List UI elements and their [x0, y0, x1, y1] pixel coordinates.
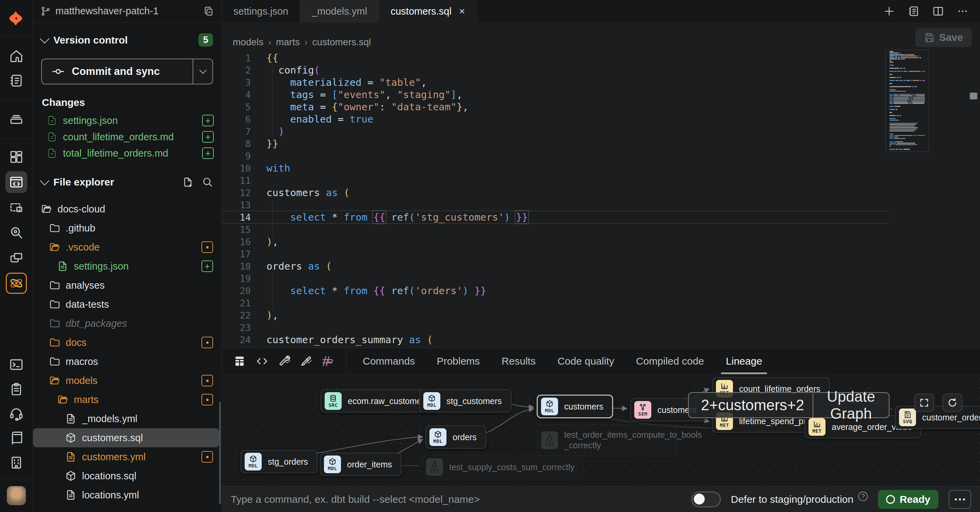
panel-tab-code-quality[interactable]: Code quality [557, 348, 614, 374]
panel-tab-lineage[interactable]: Lineage [726, 348, 762, 374]
panel-tab-commands[interactable]: Commands [363, 348, 415, 374]
lineage-node-customer-order-metrics[interactable]: SVQcustomer_order_metrics [895, 406, 980, 429]
build-tools-menu[interactable] [278, 355, 290, 367]
ai-assist-menu[interactable] [321, 355, 332, 367]
branch-name[interactable]: matthewshaver-patch-1 [56, 5, 199, 17]
code-line-15[interactable]: 15 [222, 223, 980, 236]
home-icon[interactable] [5, 45, 27, 67]
code-line-11[interactable]: 11 [222, 174, 980, 187]
code-line-22[interactable]: 22), [222, 309, 980, 321]
code-editor[interactable]: models › marts › customers.sql Save 1{{2… [222, 22, 980, 348]
changed-file-row[interactable]: settings.json+ [42, 112, 214, 129]
tab--models-yml[interactable]: _models.yml [300, 0, 379, 22]
panel-tab-problems[interactable]: Problems [437, 348, 480, 374]
minimap[interactable] [889, 51, 925, 150]
new-file-icon[interactable] [182, 177, 193, 188]
help-icon[interactable]: ? [858, 491, 868, 501]
refresh-button[interactable] [943, 394, 962, 412]
lineage-canvas[interactable]: SRCecom.raw_customersMDLstg_customersMDL… [222, 375, 980, 486]
code-line-19[interactable]: 19 [222, 272, 980, 285]
tree-item-data-tests[interactable]: data-tests [33, 295, 219, 314]
commit-options-caret[interactable] [192, 59, 212, 84]
avatar[interactable] [5, 485, 27, 507]
tab-customers-sql[interactable]: customers.sql× [379, 0, 477, 22]
code-line-6[interactable]: 6 enabled = true [222, 113, 980, 125]
dbt-logo-icon[interactable] [5, 8, 27, 29]
tree-item-docs-cloud[interactable]: docs-cloud [33, 199, 219, 219]
tree-item-dbt-packages[interactable]: dbt_packages [33, 314, 219, 333]
split-editor-icon[interactable] [932, 5, 944, 17]
lineage-node-stg-customers[interactable]: MDLstg_customers [419, 389, 511, 413]
code-line-18[interactable]: 18orders as ( [222, 260, 980, 272]
notebook-panel-icon[interactable] [908, 5, 920, 17]
panel-tab-results[interactable]: Results [501, 348, 536, 374]
tree-item--models-yml[interactable]: _models.yml [33, 409, 219, 428]
status-badge[interactable]: Ready [878, 490, 939, 509]
more-actions-button[interactable] [949, 490, 971, 509]
headset-icon[interactable] [5, 403, 27, 424]
version-control-header[interactable]: Version control 5 [41, 33, 213, 47]
code-line-21[interactable]: 21 [222, 297, 980, 309]
code-line-2[interactable]: 2 config( [222, 64, 980, 76]
code-line-12[interactable]: 12customers as ( [222, 187, 980, 199]
code-line-16[interactable]: 16), [222, 236, 980, 248]
query-search-icon[interactable] [5, 222, 27, 243]
lineage-query-input[interactable]: 2+customers+2 [689, 397, 813, 414]
editor-scrollbar-thumb[interactable] [970, 93, 977, 99]
code-line-24[interactable]: 24customer_orders_summary as ( [222, 333, 980, 346]
tree-item-locations-sql[interactable]: locations.sql [33, 466, 219, 485]
lineage-node-test-order-items-compute-to-bools-correctly[interactable]: TSTtest_order_items_compute_to_bools _co… [537, 424, 676, 456]
more-options-icon[interactable] [957, 5, 969, 17]
search-icon[interactable] [202, 177, 213, 188]
tree-item-models[interactable]: models [33, 371, 219, 390]
lineage-selector-overlay[interactable]: 2+customers+2 Update Graph [688, 392, 889, 418]
panel-tab-compiled-code[interactable]: Compiled code [636, 348, 704, 374]
code-lines[interactable]: 1{{2 config(3 materialized = "table",4 t… [222, 52, 980, 346]
tree-item-docs[interactable]: docs [33, 333, 219, 352]
format-menu[interactable] [300, 355, 311, 367]
defer-toggle[interactable] [692, 491, 721, 507]
sidebar-scrollbar[interactable] [219, 402, 221, 504]
changed-file-row[interactable]: count_lifetime_orders.md+ [42, 129, 214, 145]
tree-item-locations-yml[interactable]: locations.yml [33, 485, 219, 504]
canvas-icon[interactable] [5, 196, 27, 218]
book-icon[interactable] [5, 427, 27, 449]
breadcrumb-item[interactable]: marts [276, 37, 300, 48]
breadcrumb-item[interactable]: customers.sql [312, 37, 371, 48]
code-line-17[interactable]: 17 [222, 248, 980, 260]
code-line-23[interactable]: 23 [222, 321, 980, 333]
atom-ai-icon[interactable] [6, 273, 27, 294]
code-line-10[interactable]: 10with [222, 162, 980, 174]
lineage-node-test-supply-costs-sum-correctly[interactable]: TSTtest_supply_costs_sum_correctly [422, 456, 584, 479]
command-input[interactable] [231, 494, 681, 505]
stack-icon[interactable] [5, 108, 27, 130]
code-line-9[interactable]: 9 [222, 150, 980, 162]
grid-icon[interactable] [5, 146, 27, 168]
code-line-13[interactable]: 13 [222, 199, 980, 211]
code-line-8[interactable]: 8}} [222, 137, 980, 150]
fullscreen-button[interactable] [914, 394, 934, 412]
terminal-icon[interactable] [5, 354, 27, 375]
tree-item-customers-sql[interactable]: customers.sql [33, 428, 219, 447]
tree-item-settings-json[interactable]: settings.json+ [33, 257, 219, 276]
changed-file-row[interactable]: total_lifetime_orders.md+ [42, 145, 214, 161]
lineage-node-order-items[interactable]: MDLorder_items [320, 453, 401, 476]
clipboard-icon[interactable] [5, 378, 27, 400]
code-line-20[interactable]: 20 select * from {{ ref('orders') }} [222, 285, 980, 297]
tree-item-macros[interactable]: macros [33, 352, 219, 371]
code-line-1[interactable]: 1{{ [222, 52, 980, 64]
breadcrumb-item[interactable]: models [233, 37, 263, 48]
lineage-node-customers[interactable]: MDLcustomers [537, 395, 613, 418]
save-button[interactable]: Save [915, 28, 972, 47]
new-tab-icon[interactable] [883, 5, 895, 17]
tab-settings-json[interactable]: settings.json [222, 0, 300, 22]
code-line-4[interactable]: 4 tags = ["events", "staging"], [222, 89, 980, 101]
copy-icon[interactable] [204, 6, 214, 16]
code-line-14[interactable]: 14 select * from {{ ref('stg_customers')… [222, 211, 980, 223]
tree-item-customers-yml[interactable]: customers.yml [33, 447, 219, 466]
code-editor-icon[interactable] [5, 171, 27, 193]
schema-icon[interactable] [5, 247, 27, 269]
results-table-icon[interactable] [234, 355, 246, 367]
tree-item-marts[interactable]: marts [33, 390, 219, 409]
commit-and-sync-button[interactable]: Commit and sync [41, 59, 213, 85]
